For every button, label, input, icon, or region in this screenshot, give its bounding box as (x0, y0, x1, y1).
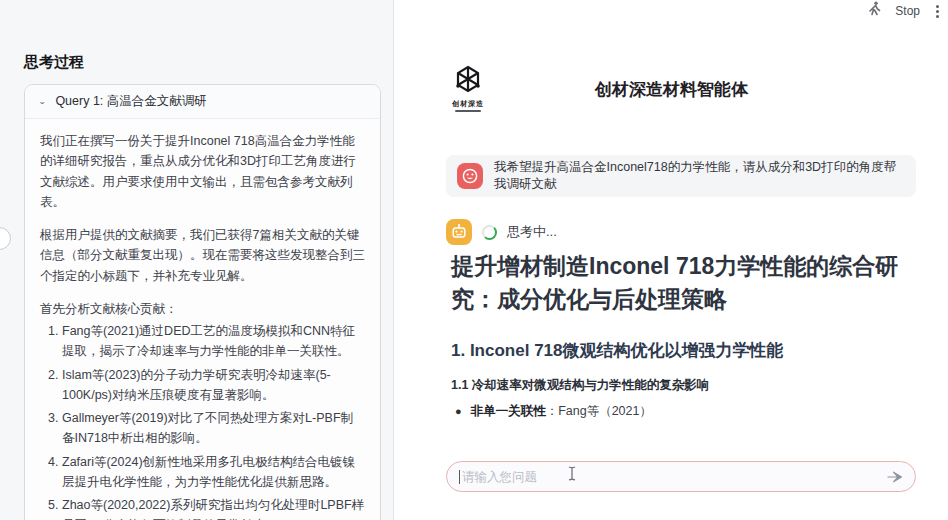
query-card-title: Query 1: 高温合金文献调研 (55, 93, 206, 110)
report-title: 提升增材制造Inconel 718力学性能的综合研究：成分优化与后处理策略 (451, 250, 903, 315)
list-item: Zhao等(2020,2022)系列研究指出均匀化处理时LPBF样品因Nb分布均… (62, 495, 365, 520)
user-message-bubble: 我希望提升高温合金Inconel718的力学性能，请从成分和3D打印的角度帮我调… (446, 155, 916, 197)
thinking-process-panel: 思考过程 ⌄ Query 1: 高温合金文献调研 我们正在撰写一份关于提升Inc… (0, 0, 394, 520)
app-window: 思考过程 ⌄ Query 1: 高温合金文献调研 我们正在撰写一份关于提升Inc… (0, 0, 948, 520)
thinking-paragraph: 首先分析文献核心贡献： (40, 299, 365, 319)
section-heading: 1. Inconel 718微观结构优化以增强力学性能 (451, 339, 911, 362)
kebab-menu-icon[interactable] (933, 2, 942, 21)
chat-input-bar (446, 461, 916, 492)
user-avatar (457, 163, 483, 189)
walking-person-icon[interactable] (867, 1, 882, 21)
thinking-paragraph: 根据用户提供的文献摘要，我们已获得7篇相关文献的关键信息（部分文献重复出现）。现… (40, 225, 365, 286)
list-item: Islam等(2023)的分子动力学研究表明冷却速率(5-100K/ps)对纳米… (62, 365, 365, 406)
list-item: Gallmeyer等(2019)对比了不同热处理方案对L-PBF制备IN718中… (62, 408, 365, 449)
query-card-body: 我们正在撰写一份关于提升Inconel 718高温合金力学性能的详细研究报告，重… (25, 119, 380, 520)
finding-bullet: ● 非单一关联性：Fang等（2021） (455, 403, 895, 420)
subsection-heading: 1.1 冷却速率对微观结构与力学性能的复杂影响 (451, 377, 911, 394)
smiley-face-icon (461, 167, 479, 185)
chat-input[interactable] (462, 470, 886, 484)
assistant-status-row: 思考中... (446, 219, 557, 245)
query-card: ⌄ Query 1: 高温合金文献调研 我们正在撰写一份关于提升Inconel … (24, 84, 381, 520)
chat-main-panel: Stop 创材深造 创材深造材料智能体 (395, 0, 948, 520)
user-message-text: 我希望提升高温合金Inconel718的力学性能，请从成分和3D打印的角度帮我调… (494, 159, 905, 193)
assistant-avatar (446, 219, 472, 245)
send-button[interactable] (886, 470, 903, 484)
thinking-status: 思考中... (507, 223, 557, 241)
panel-collapse-handle[interactable] (0, 227, 11, 250)
brand-row: 创材深造 创材深造材料智能体 (395, 60, 948, 115)
thinking-panel-title: 思考过程 (24, 53, 84, 72)
bullet-dot: ● (455, 405, 462, 417)
robot-face-icon (450, 223, 468, 241)
query-card-header[interactable]: ⌄ Query 1: 高温合金文献调研 (25, 85, 380, 119)
bullet-text: 非单一关联性：Fang等（2021） (471, 403, 652, 420)
chevron-down-icon: ⌄ (38, 97, 46, 106)
list-item: Zafari等(2024)创新性地采用多孔电极结构结合电镀镍层提升电化学性能，为… (62, 452, 365, 493)
agent-title: 创材深造材料智能体 (395, 78, 948, 101)
thinking-paragraph: 我们正在撰写一份关于提升Inconel 718高温合金力学性能的详细研究报告，重… (40, 131, 365, 212)
literature-list: Fang等(2021)通过DED工艺的温度场模拟和CNN特征提取，揭示了冷却速率… (40, 321, 365, 520)
topbar: Stop (867, 1, 942, 21)
stop-button[interactable]: Stop (895, 4, 920, 18)
logo-subtext-smudge (455, 110, 481, 112)
send-arrow-icon (886, 470, 903, 484)
loading-spinner (482, 225, 497, 240)
text-caret (459, 470, 460, 484)
list-item: Fang等(2021)通过DED工艺的温度场模拟和CNN特征提取，揭示了冷却速率… (62, 321, 365, 362)
